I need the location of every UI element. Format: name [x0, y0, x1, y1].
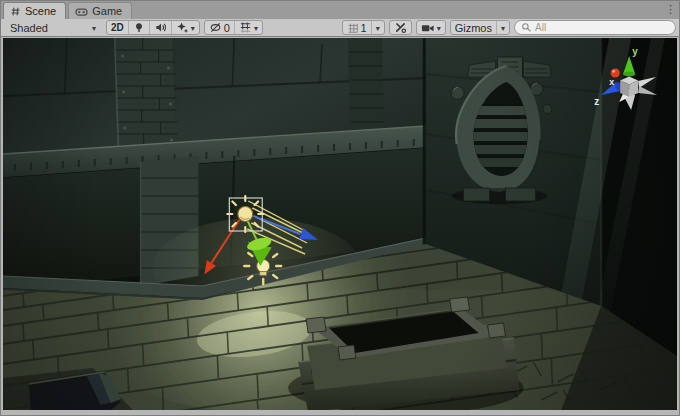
grid-visibility-button[interactable]: ▾	[234, 21, 262, 34]
search-input[interactable]	[535, 22, 669, 33]
speaker-icon	[154, 21, 167, 34]
search-icon	[521, 22, 532, 33]
chevron-down-icon: ▾	[254, 24, 258, 32]
gizmos-label: Gizmos	[455, 22, 492, 34]
snap-dropdown-button[interactable]: ▾	[371, 21, 384, 34]
vignette	[3, 38, 677, 410]
axis-label-x[interactable]: x	[609, 77, 614, 87]
snap-settings-group: 1 ▾	[342, 20, 385, 35]
gizmos-group: Gizmos ▾	[450, 20, 510, 35]
unity-scene-window: Scene Game ⋮ Shaded ▾ 2D	[0, 0, 680, 416]
scene-audio-button[interactable]	[149, 21, 171, 34]
tab-game-label: Game	[92, 5, 122, 17]
scene-toolbar: Shaded ▾ 2D ▾	[1, 19, 679, 37]
tab-bar: Scene Game ⋮	[1, 1, 679, 19]
chevron-down-icon: ▾	[376, 24, 380, 32]
toggle-2d-button[interactable]: 2D	[107, 21, 128, 34]
eye-hidden-icon	[209, 21, 222, 34]
chevron-down-icon: ▾	[501, 24, 505, 32]
lightbulb-icon	[133, 21, 145, 34]
chevron-down-icon: ▾	[92, 24, 96, 32]
scene-viewport[interactable]: y x z	[3, 38, 677, 410]
window-bottom-border	[1, 410, 679, 415]
chevron-down-icon: ▾	[191, 24, 195, 32]
camera-settings-group: ▾	[416, 20, 446, 35]
axis-label-y[interactable]: y	[632, 46, 638, 57]
camera-icon	[421, 22, 435, 34]
grid-snap-button[interactable]: 1	[343, 21, 371, 34]
draw-mode-label: Shaded	[10, 22, 48, 34]
scene-lighting-button[interactable]	[128, 21, 149, 34]
custom-tools-button[interactable]	[389, 20, 412, 35]
tab-scene-label: Scene	[25, 5, 56, 17]
effects-sparkle-icon	[176, 21, 189, 34]
scene-visibility-button[interactable]: 0	[205, 21, 234, 34]
snap-grid-icon	[347, 22, 359, 34]
tools-icon	[394, 21, 407, 34]
gizmo-cube[interactable]	[620, 77, 638, 98]
tab-scene[interactable]: Scene	[3, 2, 66, 19]
hidden-count: 0	[224, 22, 230, 34]
gizmos-button[interactable]: Gizmos	[451, 21, 496, 34]
scene-search-field[interactable]	[514, 20, 676, 35]
gizmos-dropdown-button[interactable]: ▾	[496, 21, 509, 34]
grid-fade-icon	[239, 21, 252, 34]
visibility-grid-group: 0 ▾	[204, 20, 263, 35]
toggle-2d-label: 2D	[111, 22, 124, 33]
view-toggles-group: 2D ▾	[106, 20, 200, 35]
scene-grid-icon	[10, 6, 21, 17]
chevron-down-icon: ▾	[437, 24, 441, 32]
snap-value: 1	[361, 22, 367, 34]
window-menu-icon[interactable]: ⋮	[665, 2, 676, 16]
scene-render[interactable]: y x z	[3, 38, 677, 410]
scene-effects-button[interactable]: ▾	[171, 21, 199, 34]
scene-camera-button[interactable]: ▾	[417, 21, 445, 34]
draw-mode-dropdown[interactable]: Shaded ▾	[4, 20, 102, 35]
axis-label-z[interactable]: z	[594, 96, 599, 107]
gamepad-icon	[75, 6, 88, 17]
tab-game[interactable]: Game	[68, 2, 132, 19]
